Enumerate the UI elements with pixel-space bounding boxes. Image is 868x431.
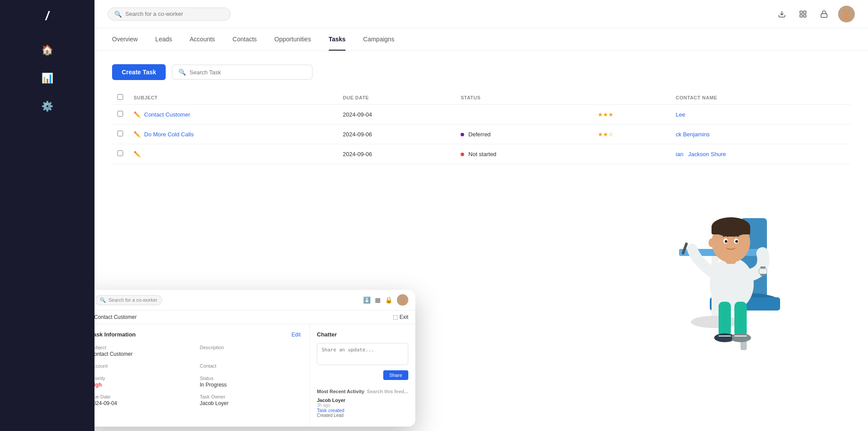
card-topbar: / 🔍 Search for a co-worker ⬇️ ▦ 🔒 — [94, 290, 415, 310]
home-icon: 🏠 — [41, 44, 53, 56]
contact-2[interactable]: ck Benjamins — [676, 131, 710, 138]
due-date-3: 2024-09-06 — [338, 144, 455, 164]
nav-item-overview[interactable]: Overview — [112, 29, 138, 51]
nav-item-leads[interactable]: Leads — [155, 29, 172, 51]
field-task-owner: Task Owner Jacob Loyer — [200, 394, 301, 406]
svg-rect-11 — [741, 310, 747, 350]
status-dot-not-started — [461, 153, 464, 156]
card-lock-icon[interactable]: 🔒 — [385, 296, 392, 303]
search-feed-text: Search this feed... — [367, 389, 408, 394]
task-info-edit-button[interactable]: Edit — [291, 332, 301, 338]
svg-rect-25 — [726, 253, 736, 264]
topbar-actions — [775, 6, 855, 22]
chatter-input[interactable] — [317, 343, 408, 365]
edit-icon-2: ✏️ — [134, 131, 141, 138]
field-status: Status In Progress — [200, 376, 301, 388]
card-avatar[interactable] — [397, 294, 408, 306]
field-subject-value: Contact Customer — [94, 351, 191, 357]
table-row: ✏️ Do More Cold Calls 2024-09-06 Deferre… — [112, 124, 850, 144]
activity-sub: Created Lead — [317, 413, 408, 418]
task-link-1[interactable]: ✏️ Contact Customer — [134, 111, 332, 118]
nav-item-tasks[interactable]: Tasks — [329, 29, 346, 51]
field-priority: Priority High — [94, 376, 191, 388]
row-checkbox-2[interactable] — [117, 131, 123, 136]
field-contact: Contact — [200, 363, 301, 369]
svg-point-27 — [712, 217, 750, 237]
share-button[interactable]: Share — [383, 370, 408, 380]
breadcrumb-label: Contact Customer — [94, 314, 137, 320]
table-row: ✏️ Contact Customer 2024-09-04 ★★★ Lee — [112, 105, 850, 124]
search-task-input[interactable] — [189, 69, 304, 76]
card-actions: ⬇️ ▦ 🔒 — [363, 294, 408, 306]
search-task-icon: 🔍 — [178, 69, 186, 76]
card-search-text: Search for a co-worker — [109, 297, 157, 303]
most-recent-section: Most Recent Activity Search this feed... — [317, 389, 408, 394]
contact-1[interactable]: Lee — [676, 111, 686, 118]
field-subject: Subject Contact Customer — [94, 345, 191, 357]
nav-item-contacts[interactable]: Contacts — [232, 29, 257, 51]
svg-point-29 — [723, 238, 728, 244]
due-date-2: 2024-09-06 — [338, 124, 455, 144]
row-checkbox-1[interactable] — [117, 111, 123, 117]
edit-icon-3: ✏️ — [134, 151, 141, 157]
activity-name: Jacob Loyer — [317, 398, 408, 403]
card-exit-button[interactable]: ⬚ Exit — [393, 314, 408, 320]
activity-time: 3h ago — [317, 403, 408, 408]
grid-button[interactable] — [796, 7, 810, 21]
svg-point-33 — [708, 238, 715, 247]
svg-rect-5 — [821, 14, 827, 17]
activity-link[interactable]: Task created — [317, 408, 408, 413]
row-checkbox-3[interactable] — [117, 150, 123, 156]
card-breadcrumb: ○ Contact Customer ⬚ Exit — [94, 310, 415, 324]
svg-rect-34 — [759, 269, 767, 274]
field-task-owner-value: Jacob Loyer — [200, 400, 301, 406]
task-link-3[interactable]: ✏️ — [134, 151, 332, 157]
lock-button[interactable] — [817, 7, 831, 21]
stars-2: ★★☆ — [598, 131, 614, 138]
svg-rect-28 — [712, 225, 750, 234]
svg-rect-1 — [800, 11, 802, 13]
svg-rect-10 — [710, 297, 780, 310]
svg-rect-36 — [760, 274, 766, 276]
card-download-icon[interactable]: ⬇️ — [363, 296, 370, 303]
nav-item-accounts[interactable]: Accounts — [190, 29, 215, 51]
svg-rect-20 — [716, 334, 734, 340]
nav-item-campaigns[interactable]: Campaigns — [363, 29, 394, 51]
due-date-1: 2024-09-04 — [338, 105, 455, 124]
status-dot-deferred — [461, 133, 464, 136]
svg-rect-16 — [719, 302, 731, 337]
task-table: SUBJECT DUE DATE STATUS CONTACT NAME ✏️ … — [112, 91, 850, 164]
task-link-2[interactable]: ✏️ Do More Cold Calls — [134, 131, 332, 138]
nav-item-opportunities[interactable]: Opportunities — [274, 29, 311, 51]
avatar[interactable] — [838, 6, 855, 22]
create-task-button[interactable]: Create Task — [112, 64, 166, 80]
task-subject-2: Do More Cold Calls — [144, 131, 194, 138]
contact-name-3b[interactable]: Jackson Shure — [688, 151, 726, 157]
col-contact: CONTACT NAME — [671, 91, 850, 105]
edit-icon-1: ✏️ — [134, 111, 141, 118]
svg-point-37 — [401, 297, 405, 301]
card-grid-icon[interactable]: ▦ — [375, 296, 381, 303]
topbar-search-box[interactable]: 🔍 — [108, 7, 231, 21]
contact-name-3a[interactable]: ian — [676, 151, 683, 157]
main-nav: Overview Leads Accounts Contacts Opportu… — [94, 28, 868, 51]
task-info-fields: Subject Contact Customer Description Acc… — [94, 345, 301, 406]
table-row: ✏️ 2024-09-06 Not started ian Jackson Sh… — [112, 144, 850, 164]
svg-rect-4 — [804, 15, 806, 17]
activity-item: Jacob Loyer 3h ago Task created Created … — [317, 398, 408, 418]
sidebar-item-settings[interactable]: ⚙️ — [38, 97, 57, 116]
search-task-box[interactable]: 🔍 — [172, 65, 312, 80]
card-search-box[interactable]: 🔍 Search for a co-worker — [95, 295, 162, 305]
sidebar-item-home[interactable]: 🏠 — [38, 40, 57, 60]
select-all-checkbox[interactable] — [117, 94, 123, 100]
svg-rect-21 — [732, 334, 749, 340]
topbar-search-input[interactable] — [125, 11, 213, 17]
svg-point-32 — [735, 240, 738, 243]
svg-rect-24 — [681, 242, 688, 255]
sidebar-item-analytics[interactable]: 📊 — [38, 69, 57, 88]
task-subject-1: Contact Customer — [144, 111, 190, 118]
download-button[interactable] — [775, 7, 789, 21]
search-icon: 🔍 — [114, 11, 122, 18]
topbar: 🔍 — [94, 0, 868, 28]
content-area: Create Task 🔍 SUBJECT DUE DATE STATUS CO… — [94, 51, 868, 431]
